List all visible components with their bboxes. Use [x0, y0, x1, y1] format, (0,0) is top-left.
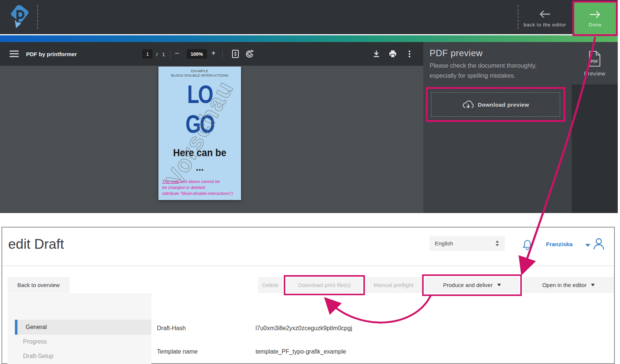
brand-gradient-bar — [0, 35, 618, 42]
toolbar-separator — [222, 50, 223, 58]
download-icon[interactable] — [372, 49, 381, 58]
sidebar-item-label: General — [26, 324, 47, 331]
zoom-level-input[interactable]: 100% — [187, 49, 207, 59]
preview-tab-label: Preview — [584, 70, 605, 77]
open-in-editor-label: Open in the editor — [542, 282, 587, 288]
pdf-viewer-toolbar: PDF by printformer 1 / 1 − 100% + — [0, 42, 423, 66]
download-preview-button[interactable]: Download preview — [431, 92, 560, 117]
sidebar-item-draft-setup[interactable]: Draft-Setup — [23, 353, 54, 360]
caret-down-icon — [497, 284, 501, 286]
pdf-file-icon: PDF — [587, 50, 602, 67]
field-label-draft-hash: Draft-Hash — [157, 325, 186, 332]
admin-window: edit Draft English Franziska Back to ove… — [1, 227, 615, 364]
field-value-draft-hash: l7u0xm3i8e2yxz0zceguzk9ptlm0cpgj — [256, 325, 352, 332]
note-line3: (attribute "block-disable-interactions") — [162, 190, 233, 196]
topbar-divider-right — [518, 5, 518, 29]
back-to-overview-button[interactable]: Back to overview — [7, 277, 70, 293]
produce-and-deliver-button[interactable]: Produce and deliver — [425, 277, 519, 293]
bell-icon[interactable] — [521, 239, 533, 251]
panel-subtitle-line2: especially for spelling mistakes. — [430, 72, 515, 79]
sidebar: General Progress Draft-Setup — [7, 293, 151, 364]
rotate-page-icon[interactable] — [245, 49, 254, 59]
panel-title: PDF preview — [430, 48, 483, 58]
svg-text:PDF: PDF — [591, 59, 598, 64]
active-item-indicator — [15, 320, 17, 335]
language-select[interactable]: English — [430, 236, 505, 251]
page-total: 1 — [162, 52, 165, 57]
back-arrow-icon — [538, 9, 552, 19]
topbar-divider-left — [37, 5, 38, 29]
page-number-input[interactable]: 1 — [142, 49, 152, 59]
zoom-out-button[interactable]: − — [175, 49, 179, 58]
annotation-box-download-preview: Download preview — [426, 87, 565, 122]
page-heading-line1: EXAMPLE — [158, 69, 241, 73]
forward-arrow-icon — [588, 10, 602, 19]
download-preview-label: Download preview — [478, 102, 529, 108]
download-print-files-button[interactable]: Download print file(s) — [286, 277, 362, 293]
language-select-value: English — [435, 240, 453, 247]
delete-button[interactable]: Delete — [258, 277, 283, 293]
panel-subtitle-line1: Please check the document thoroughly, — [430, 62, 537, 69]
field-label-template-name: Template name — [157, 348, 197, 355]
note-line2: be changed or deleted. — [162, 184, 233, 190]
cloud-download-icon — [462, 99, 475, 110]
page-heading-line2: BLOCK-DISABLE-INTERACTIONS — [158, 73, 241, 77]
fit-to-page-icon[interactable] — [231, 49, 240, 58]
done-button[interactable]: Done — [572, 1, 618, 36]
zoom-in-button[interactable]: + — [211, 49, 216, 58]
pdf-preview-panel: PDF preview Please check the document th… — [423, 42, 572, 213]
more-vertical-icon[interactable] — [408, 50, 411, 58]
page-title: edit Draft — [8, 236, 64, 252]
field-value-template-name: template_PF_typo-grafik_example — [256, 348, 346, 355]
pdf-viewer-title: PDF by printformer — [26, 51, 77, 57]
right-rail-background — [572, 84, 618, 213]
done-label: Done — [589, 22, 602, 28]
toolbar-separator — [170, 50, 170, 58]
caret-down-icon — [591, 284, 595, 286]
page-divider: / — [156, 52, 158, 57]
printformer-logo-icon — [10, 5, 29, 30]
back-to-editor-button[interactable]: back to the editor — [520, 5, 570, 31]
sidebar-item-progress[interactable]: Progress — [23, 338, 47, 345]
header-divider — [2, 265, 614, 266]
sidebar-item-general[interactable]: General — [15, 320, 151, 335]
print-icon[interactable] — [388, 49, 397, 58]
pdf-viewer-area: EXAMPLE BLOCK-DISABLE-INTERACTIONS LO GO… — [0, 66, 423, 213]
editor-top-bar: back to the editor — [0, 0, 618, 34]
open-in-editor-button[interactable]: Open in the editor — [523, 277, 614, 293]
user-menu[interactable]: Franziska — [546, 241, 573, 248]
back-to-editor-label: back to the editor — [524, 22, 566, 28]
manual-preflight-button[interactable]: Manual preflight — [364, 277, 423, 293]
produce-and-deliver-label: Produce and deliver — [443, 282, 492, 288]
select-arrows-icon — [495, 240, 499, 247]
preview-tab[interactable]: PDF Preview — [572, 42, 618, 84]
screenshot-canvas: back to the editor Done PDF by printform… — [0, 0, 620, 364]
hamburger-menu-icon[interactable] — [10, 51, 19, 57]
user-avatar-icon[interactable] — [592, 237, 605, 251]
caret-down-icon[interactable] — [585, 244, 591, 247]
pdf-page: EXAMPLE BLOCK-DISABLE-INTERACTIONS LO GO… — [158, 67, 241, 200]
